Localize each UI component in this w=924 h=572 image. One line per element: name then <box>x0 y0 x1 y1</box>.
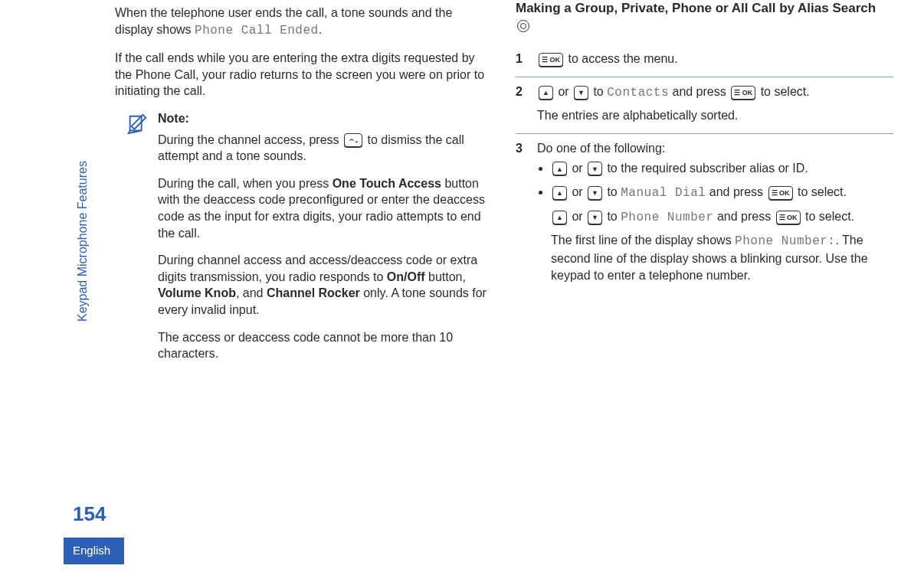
paragraph: If the call ends while you are entering … <box>115 50 493 100</box>
paragraph: When the telephone user ends the call, a… <box>115 5 493 39</box>
note-paragraph: During the channel access, press to dism… <box>158 132 493 165</box>
text: During the channel access, press <box>158 133 342 146</box>
sub-paragraph: ▲ or ▼ to Phone Number and press ☰ OK to… <box>551 208 893 227</box>
step-body: ▲ or ▼ to Contacts and press ☰ OK to sel… <box>537 83 893 124</box>
sub-list: ▲ or ▼ to the required subscriber alias … <box>537 160 893 284</box>
up-key-icon: ▲ <box>552 162 567 175</box>
key-label: ▼ <box>591 214 598 221</box>
step: 1 ☰ OK to access the menu. <box>516 44 893 77</box>
ok-key-icon: ☰ OK <box>539 53 563 67</box>
manual-page: Keypad Microphone Features 154 English W… <box>0 0 924 572</box>
display-text: Phone Number: <box>735 234 835 248</box>
step-number: 2 <box>516 83 528 124</box>
step-number: 3 <box>516 140 528 291</box>
step-number: 1 <box>516 51 528 67</box>
key-label: ▲ <box>556 190 563 197</box>
bold-text: One Touch Access <box>333 177 441 190</box>
bold-text: Volume Knob <box>158 286 236 299</box>
up-key-icon: ▲ <box>552 186 567 200</box>
step-body: Do one of the following: ▲ or ▼ to the r… <box>537 140 893 291</box>
steps-list: 1 ☰ OK to access the menu. 2 ▲ or ▼ to C… <box>516 44 893 300</box>
right-column: Making a Group, Private, Phone or All Ca… <box>516 0 893 373</box>
step: 3 Do one of the following: ▲ or ▼ to the… <box>516 134 893 300</box>
feature-icon <box>517 20 529 32</box>
sidebar: Keypad Microphone Features 154 English <box>0 0 115 572</box>
display-text: Contacts <box>607 86 669 100</box>
up-key-icon: ▲ <box>552 211 567 224</box>
text: or <box>572 162 586 175</box>
list-item: ▲ or ▼ to Manual Dial and press ☰ OK to … <box>551 184 893 283</box>
down-key-icon: ▼ <box>588 211 602 224</box>
text: to the required subscriber alias or ID. <box>607 162 808 175</box>
key-label: ☰ OK <box>772 190 790 197</box>
note-box: Note: During the channel access, press t… <box>126 110 493 373</box>
page-number: 154 <box>73 502 106 526</box>
key-label: ☰ OK <box>779 214 798 221</box>
sub-paragraph: The first line of the display shows Phon… <box>551 232 893 283</box>
note-icon <box>126 110 150 373</box>
text: or <box>558 85 572 98</box>
language-tab: English <box>64 538 124 564</box>
note-title: Note: <box>158 110 493 127</box>
step-body: ☰ OK to access the menu. <box>537 51 893 67</box>
section-heading: Making a Group, Private, Phone or All Ca… <box>516 0 893 34</box>
heading-text: Making a Group, Private, Phone or All Ca… <box>516 1 876 15</box>
text: to select. <box>761 85 810 98</box>
key-label: ▼ <box>578 90 585 96</box>
ok-key-icon: ☰ OK <box>776 211 801 224</box>
text: During the call, when you press <box>158 177 333 190</box>
key-label: ☰ OK <box>542 57 560 64</box>
key-label: ☰ OK <box>734 90 752 96</box>
text: or <box>572 210 586 223</box>
text: button, <box>425 270 466 283</box>
display-text: Manual Dial <box>621 186 706 200</box>
note-paragraph: During the call, when you press One Touc… <box>158 175 493 241</box>
note-body: Note: During the channel access, press t… <box>158 110 493 373</box>
content-columns: When the telephone user ends the call, a… <box>115 0 893 373</box>
left-column: When the telephone user ends the call, a… <box>115 0 493 373</box>
text: The entries are alphabetically sorted. <box>537 107 893 124</box>
text: to select. <box>798 185 847 198</box>
note-paragraph: The access or deaccess code cannot be mo… <box>158 329 493 362</box>
ok-key-icon: ☰ OK <box>731 86 755 100</box>
bold-text: Channel Rocker <box>267 286 360 299</box>
text: Do one of the following: <box>537 140 893 157</box>
text: , and <box>236 286 267 299</box>
display-text: Phone Call Ended <box>195 24 319 38</box>
text: to <box>607 185 621 198</box>
section-title: Keypad Microphone Features <box>76 161 90 322</box>
text: and press <box>706 185 766 198</box>
ok-key-icon: ☰ OK <box>768 186 793 200</box>
text: . <box>319 23 322 36</box>
down-key-icon: ▼ <box>588 162 602 175</box>
down-key-icon: ▼ <box>574 86 588 100</box>
key-label: ▲ <box>542 90 549 96</box>
text: The first line of the display shows <box>551 234 735 247</box>
key-label: ▼ <box>591 190 598 197</box>
text: and press <box>713 210 774 223</box>
key-label: ▲ <box>556 214 563 221</box>
text: to access the menu. <box>568 52 677 65</box>
bold-text: On/Off <box>387 270 425 283</box>
step: 2 ▲ or ▼ to Contacts and press ☰ OK to s… <box>516 77 893 134</box>
key-label: ▼ <box>591 166 598 173</box>
display-text: Phone Number <box>621 211 713 224</box>
text: and press <box>669 85 729 98</box>
text: to select. <box>805 210 854 223</box>
back-home-key-icon <box>344 133 362 147</box>
text: to <box>593 85 607 98</box>
text: or <box>572 185 586 198</box>
list-item: ▲ or ▼ to the required subscriber alias … <box>551 160 893 177</box>
down-key-icon: ▼ <box>588 186 602 200</box>
up-key-icon: ▲ <box>539 86 553 100</box>
key-label: ▲ <box>556 166 563 173</box>
text: to <box>607 210 621 223</box>
note-paragraph: During channel access and access/deacces… <box>158 252 493 318</box>
